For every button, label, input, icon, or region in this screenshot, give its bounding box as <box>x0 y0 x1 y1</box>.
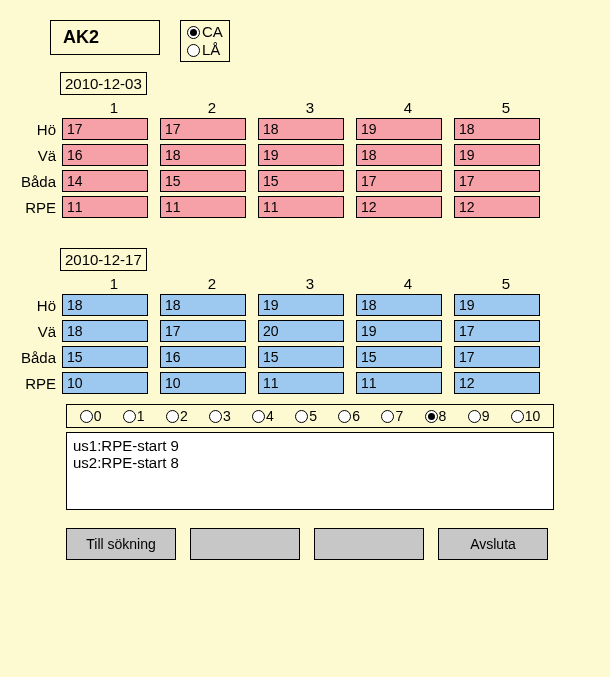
session-date: 2010-12-17 <box>60 248 147 271</box>
radio-icon <box>187 26 200 39</box>
value-cell[interactable]: 17 <box>454 320 540 342</box>
value-cell[interactable]: 19 <box>454 144 540 166</box>
value-cell[interactable]: 17 <box>356 170 442 192</box>
radio-icon <box>425 410 438 423</box>
col-header: 1 <box>65 275 163 292</box>
value-cell[interactable]: 16 <box>160 346 246 368</box>
value-cell[interactable]: 18 <box>356 294 442 316</box>
value-cell[interactable]: 11 <box>258 196 344 218</box>
value-cell[interactable]: 15 <box>258 346 344 368</box>
button-2[interactable] <box>190 528 300 560</box>
value-cell[interactable]: 15 <box>62 346 148 368</box>
value-cell[interactable]: 10 <box>160 372 246 394</box>
col-header: 3 <box>261 275 359 292</box>
session-block-2: 2010-12-17 1 2 3 4 5 Hö 18 18 19 18 19 V… <box>0 248 610 394</box>
value-cell[interactable]: 12 <box>356 196 442 218</box>
radio-icon <box>511 410 524 423</box>
radio-icon <box>80 410 93 423</box>
value-cell[interactable]: 19 <box>258 294 344 316</box>
value-cell[interactable]: 19 <box>258 144 344 166</box>
radio-icon <box>295 410 308 423</box>
session-block-1: 2010-12-03 1 2 3 4 5 Hö 17 17 18 19 18 V… <box>0 72 610 218</box>
value-cell[interactable]: 17 <box>62 118 148 140</box>
value-cell[interactable]: 11 <box>258 372 344 394</box>
value-cell[interactable]: 15 <box>356 346 442 368</box>
rpe-option-label: 3 <box>223 408 231 424</box>
rpe-option-label: 8 <box>439 408 447 424</box>
mode-label: LÅ <box>202 41 220 59</box>
value-cell[interactable]: 17 <box>454 170 540 192</box>
col-header: 4 <box>359 99 457 116</box>
value-cell[interactable]: 19 <box>454 294 540 316</box>
rpe-option-3[interactable]: 3 <box>209 408 231 424</box>
row-label: Hö <box>0 297 62 314</box>
table-row: Hö 17 17 18 19 18 <box>0 118 610 140</box>
mode-option-la[interactable]: LÅ <box>187 41 223 59</box>
value-cell[interactable]: 18 <box>62 294 148 316</box>
value-cell[interactable]: 15 <box>160 170 246 192</box>
button-row: Till sökning Avsluta <box>66 528 554 560</box>
value-cell[interactable]: 10 <box>62 372 148 394</box>
value-cell[interactable]: 18 <box>258 118 344 140</box>
rpe-option-label: 10 <box>525 408 541 424</box>
value-cell[interactable]: 12 <box>454 372 540 394</box>
table-row: RPE 10 10 11 11 12 <box>0 372 610 394</box>
column-headers: 1 2 3 4 5 <box>65 99 610 116</box>
row-label: Vä <box>0 147 62 164</box>
table-row: Båda 15 16 15 15 17 <box>0 346 610 368</box>
column-headers: 1 2 3 4 5 <box>65 275 610 292</box>
value-cell[interactable]: 17 <box>160 320 246 342</box>
value-cell[interactable]: 11 <box>62 196 148 218</box>
code-box: AK2 <box>50 20 160 55</box>
notes-textarea[interactable]: us1:RPE-start 9 us2:RPE-start 8 <box>66 432 554 510</box>
rpe-option-8[interactable]: 8 <box>425 408 447 424</box>
value-cell[interactable]: 14 <box>62 170 148 192</box>
value-cell[interactable]: 18 <box>356 144 442 166</box>
radio-icon <box>252 410 265 423</box>
rpe-option-5[interactable]: 5 <box>295 408 317 424</box>
value-cell[interactable]: 16 <box>62 144 148 166</box>
rpe-option-9[interactable]: 9 <box>468 408 490 424</box>
rpe-option-4[interactable]: 4 <box>252 408 274 424</box>
row-label: Båda <box>0 173 62 190</box>
radio-icon <box>123 410 136 423</box>
rpe-option-7[interactable]: 7 <box>381 408 403 424</box>
row-label: RPE <box>0 375 62 392</box>
rpe-option-2[interactable]: 2 <box>166 408 188 424</box>
search-button[interactable]: Till sökning <box>66 528 176 560</box>
rpe-option-10[interactable]: 10 <box>511 408 541 424</box>
rpe-option-label: 9 <box>482 408 490 424</box>
rpe-option-label: 1 <box>137 408 145 424</box>
value-cell[interactable]: 18 <box>62 320 148 342</box>
value-cell[interactable]: 17 <box>454 346 540 368</box>
col-header: 2 <box>163 99 261 116</box>
rpe-option-label: 2 <box>180 408 188 424</box>
radio-icon <box>468 410 481 423</box>
value-cell[interactable]: 18 <box>454 118 540 140</box>
value-cell[interactable]: 11 <box>356 372 442 394</box>
rpe-option-label: 4 <box>266 408 274 424</box>
col-header: 2 <box>163 275 261 292</box>
row-label: Hö <box>0 121 62 138</box>
rpe-option-6[interactable]: 6 <box>338 408 360 424</box>
value-cell[interactable]: 18 <box>160 294 246 316</box>
table-row: Vä 18 17 20 19 17 <box>0 320 610 342</box>
value-cell[interactable]: 19 <box>356 320 442 342</box>
value-cell[interactable]: 20 <box>258 320 344 342</box>
value-cell[interactable]: 11 <box>160 196 246 218</box>
table-row: Båda 14 15 15 17 17 <box>0 170 610 192</box>
mode-option-ca[interactable]: CA <box>187 23 223 41</box>
button-3[interactable] <box>314 528 424 560</box>
col-header: 1 <box>65 99 163 116</box>
value-cell[interactable]: 17 <box>160 118 246 140</box>
col-header: 3 <box>261 99 359 116</box>
rpe-option-0[interactable]: 0 <box>80 408 102 424</box>
rpe-option-1[interactable]: 1 <box>123 408 145 424</box>
value-cell[interactable]: 18 <box>160 144 246 166</box>
radio-icon <box>338 410 351 423</box>
value-cell[interactable]: 12 <box>454 196 540 218</box>
value-cell[interactable]: 19 <box>356 118 442 140</box>
col-header: 5 <box>457 99 555 116</box>
quit-button[interactable]: Avsluta <box>438 528 548 560</box>
value-cell[interactable]: 15 <box>258 170 344 192</box>
